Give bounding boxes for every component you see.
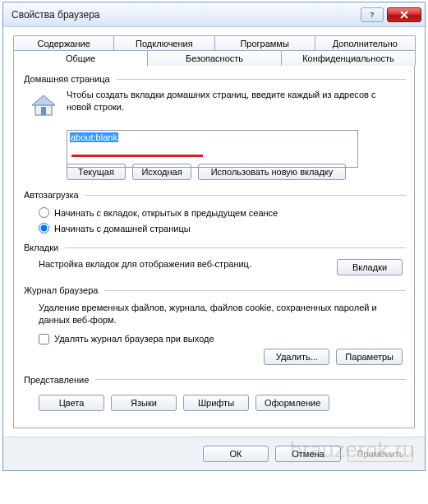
- tabs-group: Вкладки Настройка вкладок для отображени…: [22, 243, 406, 279]
- startup-tabs-radio[interactable]: Начинать с вкладок, открытых в предыдуще…: [22, 205, 406, 220]
- general-panel: Домашняя страница Чтобы создать вкладки …: [13, 65, 415, 428]
- appearance-label: Представление: [22, 375, 90, 385]
- history-delete-button[interactable]: Удалить...: [264, 349, 329, 365]
- home-icon: [29, 90, 58, 120]
- history-group: Журнал браузера Удаление временных файло…: [22, 285, 406, 368]
- languages-button[interactable]: Языки: [111, 395, 177, 411]
- apply-button[interactable]: Применить: [347, 446, 413, 462]
- startup-label: Автозагрузка: [22, 190, 81, 200]
- titlebar: Свойства браузера ?: [3, 2, 425, 27]
- svg-rect-3: [41, 107, 46, 115]
- window-title: Свойства браузера: [12, 9, 357, 21]
- history-settings-button[interactable]: Параметры: [336, 349, 403, 365]
- tabs-settings-button[interactable]: Вкладки: [337, 259, 403, 275]
- appearance-group: Представление Цвета Языки Шрифты Оформле…: [22, 375, 406, 414]
- help-button[interactable]: ?: [361, 7, 384, 22]
- browser-properties-dialog: Свойства браузера ? Содержание Подключен…: [2, 2, 426, 471]
- homepage-label: Домашняя страница: [22, 74, 112, 84]
- delete-on-exit-check[interactable]: Удалять журнал браузера при выходе: [22, 331, 406, 347]
- tab-programs[interactable]: Программы: [214, 35, 315, 51]
- tab-privacy[interactable]: Конфиденциальность: [281, 50, 416, 66]
- tabs-label: Вкладки: [22, 243, 60, 252]
- svg-text:?: ?: [370, 11, 375, 19]
- colors-button[interactable]: Цвета: [39, 395, 104, 411]
- tab-general[interactable]: Общие: [13, 50, 148, 67]
- dialog-footer: ОК Отмена Применить: [3, 437, 425, 470]
- tab-strip: Содержание Подключения Программы Дополни…: [13, 35, 415, 428]
- history-text: Удаление временных файлов, журнала, файл…: [22, 300, 406, 331]
- svg-marker-2: [32, 95, 55, 105]
- tab-content[interactable]: Содержание: [13, 35, 114, 51]
- startup-home-radio[interactable]: Начинать с домашней страницы: [22, 220, 406, 236]
- close-button[interactable]: [387, 7, 421, 22]
- startup-group: Автозагрузка Начинать с вкладок, открыты…: [22, 190, 406, 236]
- tab-security[interactable]: Безопасность: [147, 50, 282, 66]
- homepage-input[interactable]: about:blank: [67, 130, 358, 168]
- cancel-button[interactable]: Отмена: [275, 446, 341, 462]
- fonts-button[interactable]: Шрифты: [183, 395, 249, 411]
- history-label: Журнал браузера: [22, 285, 99, 295]
- tab-connections[interactable]: Подключения: [113, 35, 214, 51]
- homepage-instruction: Чтобы создать вкладки домашних страниц, …: [67, 89, 403, 120]
- accessibility-button[interactable]: Оформление: [255, 395, 329, 411]
- homepage-group: Домашняя страница Чтобы создать вкладки …: [22, 74, 406, 183]
- ok-button[interactable]: ОК: [203, 446, 269, 462]
- tabs-text: Настройка вкладок для отображения веб-ст…: [39, 259, 327, 269]
- tab-advanced[interactable]: Дополнительно: [315, 35, 416, 51]
